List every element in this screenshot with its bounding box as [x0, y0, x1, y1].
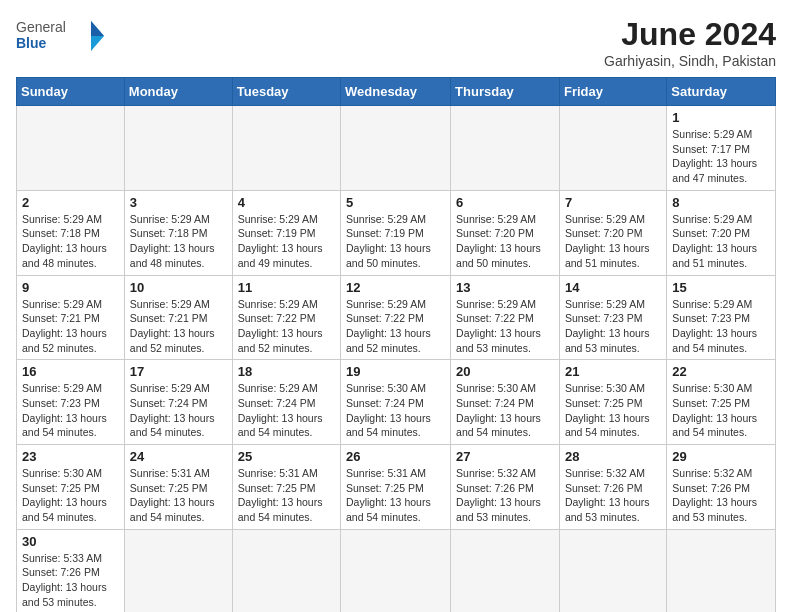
empty-cell: [232, 106, 340, 191]
day-9: 9 Sunrise: 5:29 AMSunset: 7:21 PMDayligh…: [17, 275, 125, 360]
empty-cell: [451, 106, 560, 191]
month-title: June 2024: [604, 16, 776, 53]
day-19: 19 Sunrise: 5:30 AMSunset: 7:24 PMDaylig…: [341, 360, 451, 445]
empty-cell: [559, 106, 666, 191]
day-4: 4 Sunrise: 5:29 AMSunset: 7:19 PMDayligh…: [232, 190, 340, 275]
calendar-row-3: 9 Sunrise: 5:29 AMSunset: 7:21 PMDayligh…: [17, 275, 776, 360]
calendar-row-2: 2 Sunrise: 5:29 AMSunset: 7:18 PMDayligh…: [17, 190, 776, 275]
day-14: 14 Sunrise: 5:29 AMSunset: 7:23 PMDaylig…: [559, 275, 666, 360]
day-1: 1 Sunrise: 5:29 AMSunset: 7:17 PMDayligh…: [667, 106, 776, 191]
empty-cell: [124, 106, 232, 191]
header-wednesday: Wednesday: [341, 78, 451, 106]
svg-marker-3: [91, 21, 104, 36]
day-23: 23 Sunrise: 5:30 AMSunset: 7:25 PMDaylig…: [17, 445, 125, 530]
empty-cell: [451, 529, 560, 612]
day-25: 25 Sunrise: 5:31 AMSunset: 7:25 PMDaylig…: [232, 445, 340, 530]
day-28: 28 Sunrise: 5:32 AMSunset: 7:26 PMDaylig…: [559, 445, 666, 530]
day-26: 26 Sunrise: 5:31 AMSunset: 7:25 PMDaylig…: [341, 445, 451, 530]
day-27: 27 Sunrise: 5:32 AMSunset: 7:26 PMDaylig…: [451, 445, 560, 530]
day-15: 15 Sunrise: 5:29 AMSunset: 7:23 PMDaylig…: [667, 275, 776, 360]
day-24: 24 Sunrise: 5:31 AMSunset: 7:25 PMDaylig…: [124, 445, 232, 530]
header-sunday: Sunday: [17, 78, 125, 106]
day-16: 16 Sunrise: 5:29 AMSunset: 7:23 PMDaylig…: [17, 360, 125, 445]
day-12: 12 Sunrise: 5:29 AMSunset: 7:22 PMDaylig…: [341, 275, 451, 360]
day-11: 11 Sunrise: 5:29 AMSunset: 7:22 PMDaylig…: [232, 275, 340, 360]
empty-cell: [341, 106, 451, 191]
calendar-header-row: Sunday Monday Tuesday Wednesday Thursday…: [17, 78, 776, 106]
day-30: 30 Sunrise: 5:33 AMSunset: 7:26 PMDaylig…: [17, 529, 125, 612]
empty-cell: [17, 106, 125, 191]
location-subtitle: Garhiyasin, Sindh, Pakistan: [604, 53, 776, 69]
header-thursday: Thursday: [451, 78, 560, 106]
empty-cell: [232, 529, 340, 612]
header-monday: Monday: [124, 78, 232, 106]
logo-svg: General Blue: [16, 16, 106, 56]
day-22: 22 Sunrise: 5:30 AMSunset: 7:25 PMDaylig…: [667, 360, 776, 445]
header-saturday: Saturday: [667, 78, 776, 106]
day-10: 10 Sunrise: 5:29 AMSunset: 7:21 PMDaylig…: [124, 275, 232, 360]
day-8: 8 Sunrise: 5:29 AMSunset: 7:20 PMDayligh…: [667, 190, 776, 275]
svg-text:General: General: [16, 19, 66, 35]
day-13: 13 Sunrise: 5:29 AMSunset: 7:22 PMDaylig…: [451, 275, 560, 360]
calendar-row-4: 16 Sunrise: 5:29 AMSunset: 7:23 PMDaylig…: [17, 360, 776, 445]
logo: General Blue: [16, 16, 106, 56]
svg-text:Blue: Blue: [16, 35, 47, 51]
header-tuesday: Tuesday: [232, 78, 340, 106]
empty-cell: [341, 529, 451, 612]
day-3: 3 Sunrise: 5:29 AMSunset: 7:18 PMDayligh…: [124, 190, 232, 275]
day-7: 7 Sunrise: 5:29 AMSunset: 7:20 PMDayligh…: [559, 190, 666, 275]
day-21: 21 Sunrise: 5:30 AMSunset: 7:25 PMDaylig…: [559, 360, 666, 445]
calendar-row-6: 30 Sunrise: 5:33 AMSunset: 7:26 PMDaylig…: [17, 529, 776, 612]
header-friday: Friday: [559, 78, 666, 106]
empty-cell: [124, 529, 232, 612]
header: General Blue June 2024 Garhiyasin, Sindh…: [16, 16, 776, 69]
calendar-row-1: 1 Sunrise: 5:29 AMSunset: 7:17 PMDayligh…: [17, 106, 776, 191]
day-20: 20 Sunrise: 5:30 AMSunset: 7:24 PMDaylig…: [451, 360, 560, 445]
title-area: June 2024 Garhiyasin, Sindh, Pakistan: [604, 16, 776, 69]
day-6: 6 Sunrise: 5:29 AMSunset: 7:20 PMDayligh…: [451, 190, 560, 275]
day-29: 29 Sunrise: 5:32 AMSunset: 7:26 PMDaylig…: [667, 445, 776, 530]
day-18: 18 Sunrise: 5:29 AMSunset: 7:24 PMDaylig…: [232, 360, 340, 445]
day-2: 2 Sunrise: 5:29 AMSunset: 7:18 PMDayligh…: [17, 190, 125, 275]
empty-cell: [559, 529, 666, 612]
day-17: 17 Sunrise: 5:29 AMSunset: 7:24 PMDaylig…: [124, 360, 232, 445]
day-5: 5 Sunrise: 5:29 AMSunset: 7:19 PMDayligh…: [341, 190, 451, 275]
calendar-table: Sunday Monday Tuesday Wednesday Thursday…: [16, 77, 776, 612]
empty-cell: [667, 529, 776, 612]
calendar-row-5: 23 Sunrise: 5:30 AMSunset: 7:25 PMDaylig…: [17, 445, 776, 530]
